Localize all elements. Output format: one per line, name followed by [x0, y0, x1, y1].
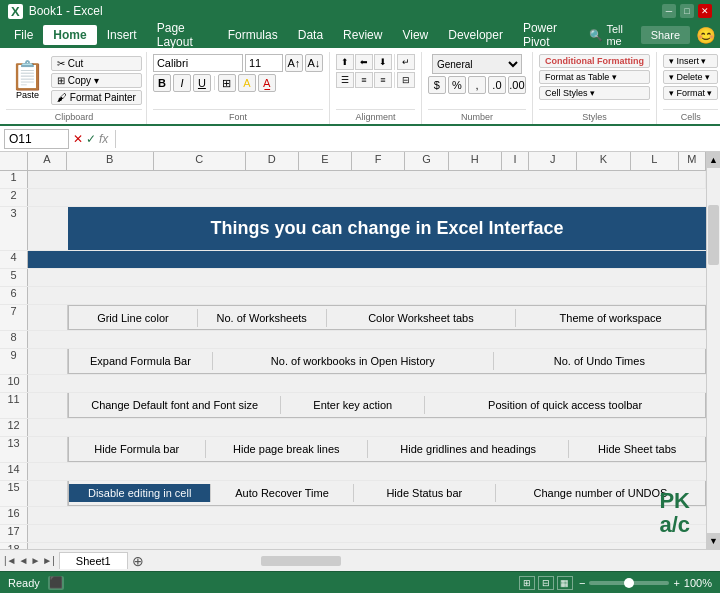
copy-button[interactable]: ⊞ Copy ▾ — [51, 73, 142, 88]
cell-hide-formula-bar[interactable]: Hide Formula bar — [69, 440, 206, 458]
cell[interactable] — [28, 349, 68, 374]
row-header[interactable]: 16 — [0, 507, 28, 524]
minimize-button[interactable]: ─ — [662, 4, 676, 18]
cell[interactable] — [28, 171, 706, 188]
col-header-e[interactable]: E — [299, 152, 352, 170]
row-header[interactable]: 12 — [0, 419, 28, 436]
cell[interactable] — [28, 543, 706, 549]
menu-insert[interactable]: Insert — [97, 25, 147, 45]
menu-review[interactable]: Review — [333, 25, 392, 45]
row-header[interactable]: 4 — [0, 251, 28, 268]
menu-developer[interactable]: Developer — [438, 25, 513, 45]
row-header[interactable]: 14 — [0, 463, 28, 480]
percent-button[interactable]: % — [448, 76, 466, 94]
bottom-align-button[interactable]: ⬇ — [374, 54, 392, 70]
format-as-table-button[interactable]: Format as Table ▾ — [539, 70, 650, 84]
number-format-select[interactable]: General Number Currency — [432, 54, 522, 74]
currency-button[interactable]: $ — [428, 76, 446, 94]
menu-data[interactable]: Data — [288, 25, 333, 45]
decrease-font-button[interactable]: A↓ — [305, 54, 323, 72]
col-header-m[interactable]: M — [679, 152, 706, 170]
cell[interactable] — [28, 525, 706, 542]
row-header[interactable]: 17 — [0, 525, 28, 542]
maximize-button[interactable]: □ — [680, 4, 694, 18]
zoom-level-label[interactable]: 100% — [684, 577, 712, 589]
name-box[interactable] — [4, 129, 69, 149]
paste-button[interactable]: 📋 Paste — [6, 60, 49, 102]
h-scroll-thumb[interactable] — [261, 556, 341, 566]
row-header[interactable]: 10 — [0, 375, 28, 392]
vertical-scrollbar[interactable]: ▲ ▼ — [706, 152, 720, 549]
cell-default-font[interactable]: Change Default font and Font size — [69, 396, 281, 414]
sheet-nav-last[interactable]: ►| — [42, 555, 55, 566]
cell-disable-editing[interactable]: Disable editing in cell — [69, 484, 211, 502]
cell-no-of-worksheets[interactable]: No. of Worksheets — [198, 309, 327, 327]
title-bar-controls[interactable]: ─ □ ✕ — [662, 4, 712, 18]
wrap-text-button[interactable]: ↵ — [397, 54, 415, 70]
menu-file[interactable]: File — [4, 25, 43, 45]
cell[interactable] — [28, 375, 706, 392]
sheet-nav-next[interactable]: ► — [30, 555, 40, 566]
normal-view-button[interactable]: ⊞ — [519, 576, 535, 590]
col-header-k[interactable]: K — [577, 152, 630, 170]
title-cell[interactable]: Things you can change in Excel Interface — [68, 207, 706, 250]
macro-recording-button[interactable]: ⬛ — [48, 576, 64, 590]
increase-decimal-button[interactable]: .00 — [508, 76, 526, 94]
add-sheet-button[interactable]: ⊕ — [132, 553, 144, 569]
zoom-plus-button[interactable]: + — [673, 577, 679, 589]
menu-formulas[interactable]: Formulas — [218, 25, 288, 45]
menu-power-pivot[interactable]: Power Pivot — [513, 18, 581, 52]
middle-align-button[interactable]: ⬅ — [355, 54, 373, 70]
cell-quick-access-toolbar[interactable]: Position of quick access toolbar — [425, 396, 705, 414]
cell[interactable] — [28, 481, 68, 506]
format-painter-button[interactable]: 🖌 Format Painter — [51, 90, 142, 105]
scroll-up-button[interactable]: ▲ — [707, 152, 720, 168]
row-header[interactable]: 5 — [0, 269, 28, 286]
cell-theme-workspace[interactable]: Theme of workspace — [516, 309, 705, 327]
col-header-a[interactable]: A — [28, 152, 67, 170]
scroll-thumb[interactable] — [708, 205, 719, 265]
bold-button[interactable]: B — [153, 74, 171, 92]
italic-button[interactable]: I — [173, 74, 191, 92]
close-button[interactable]: ✕ — [698, 4, 712, 18]
cell-hide-status-bar[interactable]: Hide Status bar — [354, 484, 496, 502]
cell[interactable] — [28, 507, 706, 524]
font-color-button[interactable]: A̲ — [258, 74, 276, 92]
col-header-g[interactable]: G — [405, 152, 449, 170]
row-header[interactable]: 15 — [0, 481, 28, 506]
cell-color-worksheet-tabs[interactable]: Color Worksheet tabs — [327, 309, 517, 327]
row-header[interactable]: 9 — [0, 349, 28, 374]
cut-button[interactable]: ✂ Cut — [51, 56, 142, 71]
format-cells-button[interactable]: ▾ Format ▾ — [663, 86, 719, 100]
page-break-preview-button[interactable]: ▦ — [557, 576, 573, 590]
cell[interactable] — [28, 207, 68, 250]
sheet-nav-prev[interactable]: ◄ — [19, 555, 29, 566]
zoom-minus-button[interactable]: − — [579, 577, 585, 589]
zoom-slider-thumb[interactable] — [624, 578, 634, 588]
fill-color-button[interactable]: A — [238, 74, 256, 92]
row-header[interactable]: 1 — [0, 171, 28, 188]
insert-cells-button[interactable]: ▾ Insert ▾ — [663, 54, 719, 68]
cell[interactable] — [28, 269, 706, 286]
col-header-f[interactable]: F — [352, 152, 405, 170]
row-header[interactable]: 7 — [0, 305, 28, 330]
col-header-h[interactable]: H — [449, 152, 502, 170]
row-header[interactable]: 2 — [0, 189, 28, 206]
cell[interactable] — [28, 251, 706, 268]
cell[interactable] — [28, 463, 706, 480]
formula-input[interactable] — [123, 131, 716, 147]
zoom-slider[interactable] — [589, 581, 669, 585]
cell[interactable] — [28, 331, 706, 348]
enter-icon[interactable]: ✓ — [86, 132, 96, 146]
row-header[interactable]: 13 — [0, 437, 28, 462]
cell[interactable] — [28, 437, 68, 462]
conditional-formatting-button[interactable]: Conditional Formatting — [539, 54, 650, 68]
cancel-icon[interactable]: ✕ — [73, 132, 83, 146]
cell-hide-gridlines[interactable]: Hide gridlines and headings — [368, 440, 569, 458]
horizontal-scrollbar[interactable] — [148, 555, 716, 567]
col-header-b[interactable]: B — [67, 152, 154, 170]
sheet-nav-first[interactable]: |◄ — [4, 555, 17, 566]
cell[interactable] — [28, 305, 68, 330]
cell[interactable] — [28, 393, 68, 418]
cell-auto-recover[interactable]: Auto Recover Time — [211, 484, 353, 502]
